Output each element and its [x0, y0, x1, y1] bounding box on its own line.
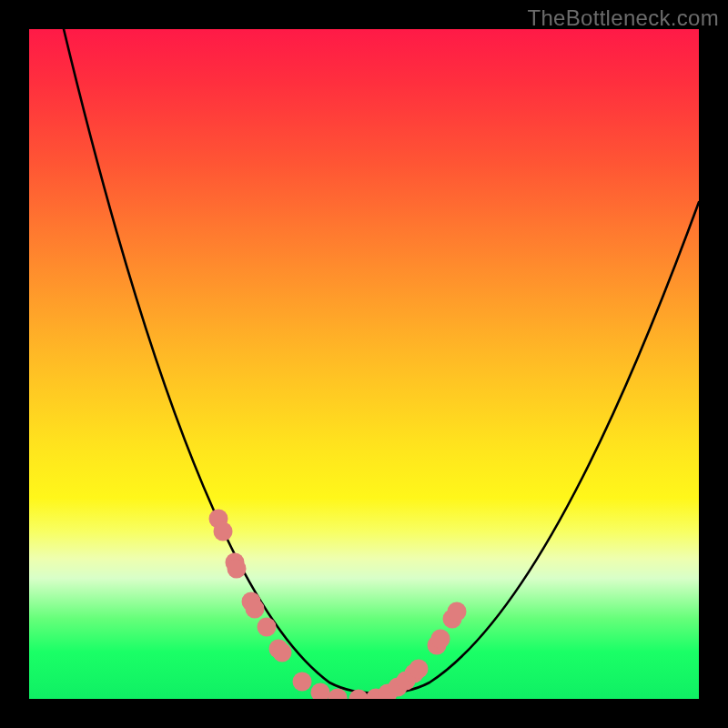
highlight-dot — [214, 522, 233, 541]
highlight-dots — [209, 510, 467, 700]
highlight-dot — [258, 618, 277, 637]
curve-layer — [29, 29, 699, 699]
highlight-dot — [228, 560, 247, 579]
highlight-dot — [329, 689, 348, 700]
plot-area — [29, 29, 699, 699]
highlight-dot — [293, 672, 312, 692]
highlight-dot — [448, 602, 467, 622]
highlight-dot — [410, 660, 429, 679]
watermark-text: TheBottleneck.com — [527, 5, 719, 31]
chart-container: TheBottleneck.com — [0, 0, 728, 728]
bottleneck-curve — [64, 29, 699, 693]
highlight-dot — [246, 600, 265, 619]
highlight-dot — [431, 630, 450, 649]
highlight-dot — [311, 683, 330, 700]
highlight-dot — [273, 643, 292, 662]
